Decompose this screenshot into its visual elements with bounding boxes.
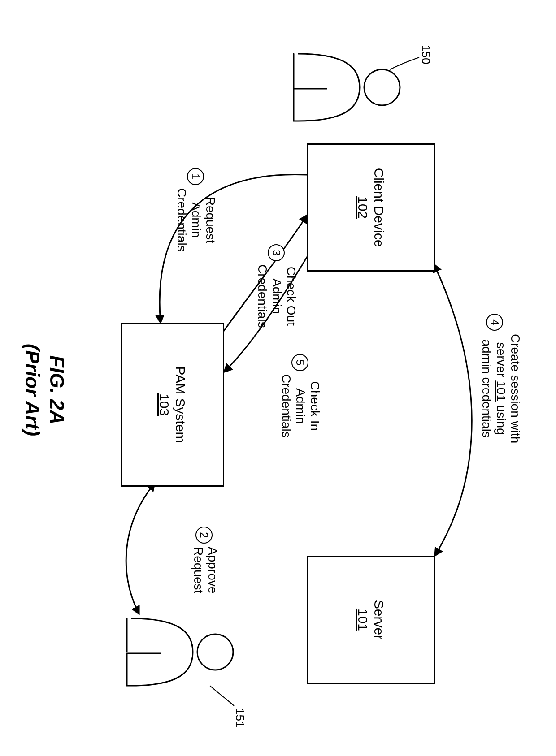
node-pam-id: 103 (157, 393, 172, 416)
svg-point-0 (364, 69, 400, 105)
step3-number: 3 (268, 244, 285, 261)
step1-number: 1 (187, 168, 204, 185)
step5-label: Check In Admin Credentials (278, 374, 322, 438)
user-right-label: 151 (233, 708, 247, 727)
figure-caption-line1: FIG. 2A (45, 314, 70, 466)
figure-caption-line2: (Prior Art) (20, 314, 45, 466)
node-server-id: 101 (355, 609, 370, 631)
node-pam-system: PAM System 103 (121, 323, 224, 487)
node-server: Server 101 (307, 556, 435, 684)
svg-point-1 (197, 634, 233, 670)
step4-number: 4 (486, 314, 503, 331)
node-client-device: Client Device 102 (307, 143, 435, 272)
step3-label: Check Out Admin Credentials (255, 264, 298, 328)
diagram-svg (0, 0, 556, 756)
node-client-title: Client Device (371, 168, 387, 247)
user-left-label: 150 (419, 45, 433, 64)
node-server-title: Server (371, 600, 387, 639)
user-icon-right (127, 618, 233, 686)
step2-label: Approve Request (191, 547, 220, 593)
node-client-id: 102 (355, 196, 370, 219)
step4-label: Create session with server 101 using adm… (479, 334, 522, 443)
node-pam-title: PAM System (173, 366, 188, 443)
step1-label: Request Admin Credentials (174, 188, 217, 252)
step5-number: 5 (291, 354, 308, 371)
step2-number: 2 (195, 527, 213, 544)
user-icon-left (294, 54, 400, 121)
